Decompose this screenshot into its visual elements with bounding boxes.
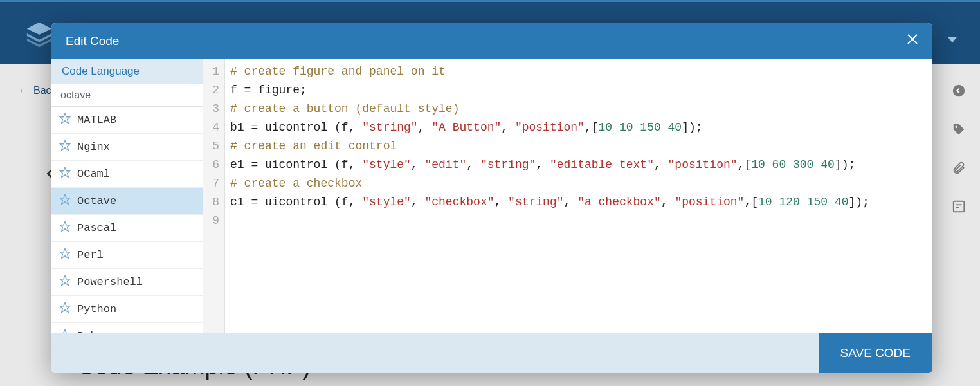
star-icon[interactable] xyxy=(59,221,71,235)
line-number: 6 xyxy=(212,156,219,174)
line-number: 9 xyxy=(212,212,219,230)
star-icon[interactable] xyxy=(59,275,71,290)
star-icon[interactable] xyxy=(59,248,71,262)
language-item-label: Perl xyxy=(77,249,104,261)
modal-title: Edit Code xyxy=(66,34,119,48)
svg-rect-2 xyxy=(954,201,965,212)
topbar-dropdown-icon[interactable] xyxy=(948,35,957,44)
code-line[interactable]: c1 = uicontrol (f, "style", "checkbox", … xyxy=(230,193,869,212)
language-item-label: MATLAB xyxy=(77,114,116,126)
svg-marker-13 xyxy=(60,276,70,286)
svg-marker-9 xyxy=(60,168,70,178)
save-code-button[interactable]: SAVE CODE xyxy=(819,333,932,373)
star-icon[interactable] xyxy=(59,140,71,154)
star-icon[interactable] xyxy=(59,167,71,181)
back-arrow-icon: ← xyxy=(18,85,28,96)
language-search-input[interactable] xyxy=(51,84,203,107)
line-number: 2 xyxy=(212,81,219,100)
line-number: 5 xyxy=(212,137,219,156)
code-line[interactable]: # create figure and panel on it xyxy=(230,62,869,81)
tag-icon[interactable] xyxy=(952,122,966,136)
language-list: MATLABNginxOCamlOctavePascalPerlPowershe… xyxy=(51,107,203,333)
language-item-label: Nginx xyxy=(77,141,110,153)
language-item-label: OCaml xyxy=(77,168,110,180)
code-line[interactable]: e1 = uicontrol (f, "style", "edit", "str… xyxy=(230,156,869,174)
star-icon[interactable] xyxy=(59,194,71,208)
code-editor[interactable]: 123456789 # create figure and panel on i… xyxy=(203,59,932,333)
app-logo-icon xyxy=(24,20,54,50)
language-header: Code Language xyxy=(51,59,203,84)
language-item-nginx[interactable]: Nginx xyxy=(51,134,203,161)
code-content[interactable]: # create figure and panel on itf = figur… xyxy=(225,59,875,333)
star-icon[interactable] xyxy=(59,329,71,333)
code-line[interactable] xyxy=(230,212,869,230)
svg-marker-11 xyxy=(60,222,70,232)
line-gutter: 123456789 xyxy=(203,59,225,333)
svg-marker-8 xyxy=(60,141,70,151)
code-line[interactable]: # create a checkbox xyxy=(230,174,869,193)
code-line[interactable]: f = figure; xyxy=(230,81,869,100)
modal-footer: SAVE CODE xyxy=(51,333,932,373)
language-item-perl[interactable]: Perl xyxy=(51,242,203,269)
edit-code-modal: Edit Code Code Language MATLABNginxOCaml… xyxy=(51,23,932,373)
line-number: 8 xyxy=(212,193,219,212)
language-item-label: Python xyxy=(77,303,116,315)
language-item-matlab[interactable]: MATLAB xyxy=(51,107,203,134)
language-item-powershell[interactable]: Powershell xyxy=(51,269,203,296)
close-icon[interactable] xyxy=(907,33,918,48)
svg-marker-7 xyxy=(60,114,70,124)
svg-point-1 xyxy=(956,126,958,129)
code-line[interactable]: # create an edit control xyxy=(230,137,869,156)
modal-body: Code Language MATLABNginxOCamlOctavePasc… xyxy=(51,59,932,333)
svg-marker-12 xyxy=(60,249,70,259)
language-item-label: Pascal xyxy=(77,222,116,234)
star-icon[interactable] xyxy=(59,302,71,317)
line-number: 7 xyxy=(212,174,219,193)
line-number: 1 xyxy=(212,62,219,81)
star-icon[interactable] xyxy=(59,113,71,127)
language-item-python[interactable]: Python xyxy=(51,296,203,323)
code-line[interactable]: # create a button (default style) xyxy=(230,100,869,118)
circle-left-icon[interactable] xyxy=(952,84,966,98)
svg-marker-10 xyxy=(60,195,70,205)
attachment-icon[interactable] xyxy=(952,161,966,175)
svg-point-0 xyxy=(953,85,965,96)
language-panel: Code Language MATLABNginxOCamlOctavePasc… xyxy=(51,59,203,333)
code-line[interactable]: b1 = uicontrol (f, "string", "A Button",… xyxy=(230,118,869,137)
svg-marker-14 xyxy=(60,303,70,313)
language-item-pascal[interactable]: Pascal xyxy=(51,215,203,242)
back-label: Bac xyxy=(33,85,51,96)
language-item-octave[interactable]: Octave xyxy=(51,188,203,215)
side-toolbar xyxy=(952,84,966,214)
language-item-ruby[interactable]: Ruby xyxy=(51,323,203,333)
language-item-label: Powershell xyxy=(77,276,143,288)
line-number: 4 xyxy=(212,118,219,137)
language-item-ocaml[interactable]: OCaml xyxy=(51,161,203,188)
form-icon[interactable] xyxy=(952,199,966,214)
language-item-label: Octave xyxy=(77,195,116,207)
modal-header: Edit Code xyxy=(51,23,932,59)
line-number: 3 xyxy=(212,100,219,118)
